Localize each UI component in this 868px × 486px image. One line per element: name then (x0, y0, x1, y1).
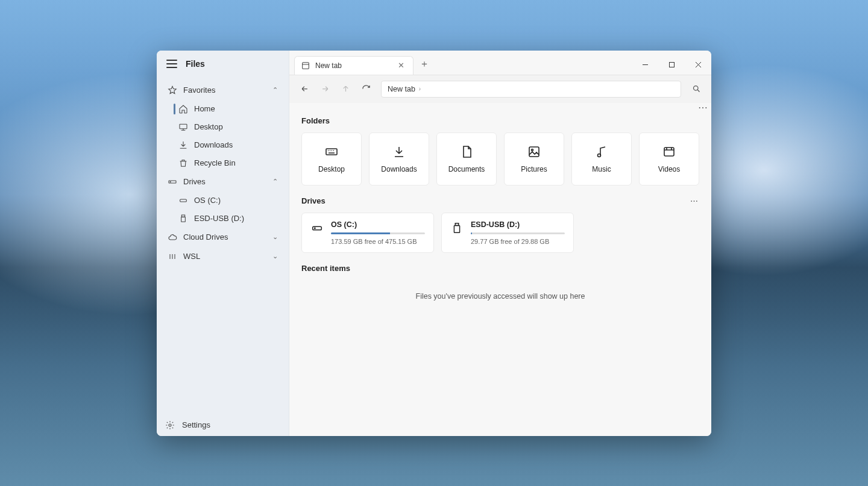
nav-label: Recycle Bin (194, 158, 236, 167)
drive-usage-bar (471, 232, 565, 234)
gear-icon (165, 420, 175, 430)
maximize-button[interactable] (658, 55, 685, 75)
hdd-icon (178, 196, 188, 205)
drive-name: ESD-USB (D:) (471, 220, 565, 229)
folder-desktop[interactable]: Desktop (301, 132, 362, 185)
section-label: Drives (183, 177, 206, 186)
svg-point-16 (315, 228, 315, 228)
nav-label: ESD-USB (D:) (194, 214, 244, 223)
up-button[interactable] (336, 80, 354, 98)
sidebar-section-favorites[interactable]: Favorites ⌃ (162, 81, 284, 100)
sidebar-settings[interactable]: Settings (157, 414, 289, 436)
chevron-right-icon: › (419, 86, 421, 92)
minimize-button[interactable] (632, 55, 658, 75)
toolbar: New tab › (289, 75, 711, 103)
drive-usage-bar (331, 232, 425, 234)
folder-music[interactable]: Music (571, 132, 632, 185)
recent-section-title: Recent items (301, 264, 699, 273)
section-label: Cloud Drives (183, 232, 228, 241)
folder-label: Pictures (521, 165, 547, 173)
new-tab-button[interactable]: ＋ (416, 56, 433, 73)
sidebar-item-downloads[interactable]: Downloads (162, 136, 284, 154)
sidebar-item-os-c[interactable]: OS (C:) (162, 192, 284, 210)
section-label: Favorites (183, 86, 215, 95)
svg-rect-0 (180, 124, 187, 128)
sidebar-section-drives[interactable]: Drives ⌃ (162, 172, 284, 192)
tab-close-icon[interactable]: ✕ (395, 61, 407, 70)
nav-label: Downloads (194, 140, 233, 149)
breadcrumb-current: New tab (388, 85, 415, 93)
sidebar-item-desktop[interactable]: Desktop (162, 118, 284, 136)
trash-icon (178, 158, 188, 168)
folder-documents[interactable]: Documents (436, 132, 497, 185)
sidebar-item-esd-usb[interactable]: ESD-USB (D:) (162, 210, 284, 228)
app-title: Files (186, 59, 205, 69)
drive-free-text: 29.77 GB free of 29.88 GB (471, 238, 565, 245)
nav-label: OS (C:) (194, 196, 221, 205)
title-bar: New tab ✕ ＋ (289, 51, 711, 75)
sidebar-item-recycle-bin[interactable]: Recycle Bin (162, 154, 284, 172)
svg-rect-10 (326, 149, 337, 155)
breadcrumb[interactable]: New tab › (381, 81, 681, 98)
document-icon (459, 145, 474, 159)
window-controls (632, 55, 711, 75)
folders-section-title: Folders (301, 116, 699, 125)
back-button[interactable] (295, 80, 313, 98)
image-icon (527, 145, 541, 159)
folder-label: Music (592, 165, 611, 173)
nav-label: Home (194, 104, 215, 113)
main-panel: New tab ✕ ＋ New tab › ⋯ Folde (289, 51, 711, 436)
tab-page-icon (301, 61, 310, 70)
usb-icon (450, 222, 464, 235)
search-button[interactable] (687, 80, 705, 98)
sidebar-section-cloud-drives[interactable]: Cloud Drives ⌄ (162, 228, 284, 247)
settings-label: Settings (182, 420, 210, 429)
cloud-icon (168, 232, 177, 242)
hdd-icon (310, 222, 324, 235)
forward-button[interactable] (316, 80, 334, 98)
sidebar: Files Favorites ⌃ Home Desktop Downloads (157, 51, 289, 436)
drives-section-title: Drives ⋯ (301, 196, 699, 205)
drive-os-c[interactable]: OS (C:) 173.59 GB free of 475.15 GB (301, 213, 434, 253)
section-label: WSL (183, 252, 200, 261)
refresh-button[interactable] (357, 80, 375, 98)
folder-label: Videos (658, 165, 680, 173)
drives-more-icon[interactable]: ⋯ (690, 196, 699, 205)
folder-label: Documents (448, 165, 485, 173)
folder-pictures[interactable]: Pictures (504, 132, 564, 185)
svg-point-9 (693, 86, 698, 91)
sidebar-item-home[interactable]: Home (162, 100, 284, 118)
drive-esd-usb-d[interactable]: ESD-USB (D:) 29.77 GB free of 29.88 GB (441, 213, 574, 253)
svg-rect-14 (664, 148, 674, 156)
drive-free-text: 173.59 GB free of 475.15 GB (331, 238, 425, 245)
svg-rect-3 (180, 199, 187, 202)
app-window: Files Favorites ⌃ Home Desktop Downloads (157, 51, 711, 436)
folder-videos[interactable]: Videos (639, 132, 699, 185)
close-button[interactable] (685, 55, 711, 75)
svg-rect-8 (669, 63, 674, 67)
hamburger-menu-icon[interactable] (166, 60, 177, 68)
svg-rect-5 (181, 217, 186, 222)
sidebar-section-wsl[interactable]: WSL ⌄ (162, 247, 284, 266)
folder-downloads[interactable]: Downloads (369, 132, 429, 185)
chevron-down-icon: ⌄ (272, 233, 278, 241)
folder-label: Downloads (381, 165, 417, 173)
usb-icon (178, 214, 188, 223)
svg-point-6 (169, 424, 171, 426)
desktop-icon (178, 122, 188, 132)
content-area: ⋯ Folders Desktop Downloads Documents (289, 103, 711, 436)
toolbar-more-icon[interactable]: ⋯ (698, 103, 709, 113)
tab-label: New tab (315, 61, 342, 70)
tab-new-tab[interactable]: New tab ✕ (294, 56, 414, 75)
svg-point-2 (170, 181, 171, 182)
download-icon (392, 145, 406, 159)
recent-empty-message: Files you've previously accessed will sh… (301, 280, 699, 313)
drive-icon (168, 177, 177, 187)
keyboard-icon (324, 145, 339, 159)
video-icon (662, 145, 676, 159)
nav-label: Desktop (194, 122, 223, 131)
download-icon (178, 140, 188, 150)
music-icon (594, 145, 609, 159)
chevron-up-icon: ⌃ (272, 86, 278, 94)
folder-grid: Desktop Downloads Documents Pictures Mus… (301, 132, 699, 185)
